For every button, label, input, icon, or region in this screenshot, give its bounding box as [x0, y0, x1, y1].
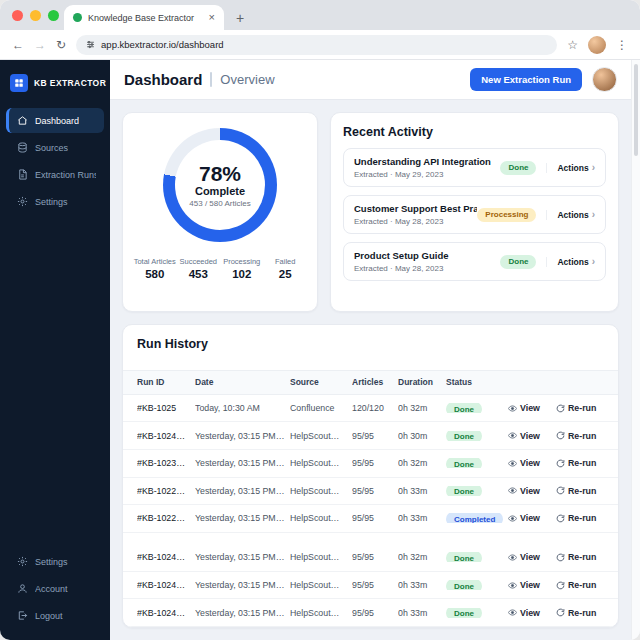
activity-subtitle: Extracted · May 28, 2023 [354, 217, 477, 226]
page-titles: Dashboard Overview [124, 71, 275, 88]
eye-icon [508, 404, 517, 413]
run-duration: 0h 32m [398, 403, 446, 413]
address-bar[interactable]: app.kbextractor.io/dashboard [76, 35, 557, 55]
dashboard-content: 78% Complete 453 / 580 Articles Total Ar… [110, 100, 631, 640]
refresh-icon [556, 404, 565, 413]
tab-close-icon[interactable]: × [209, 12, 215, 23]
run-source: HelpScout… [290, 580, 352, 590]
stat-label: Processing [220, 257, 264, 266]
actions-button[interactable]: Actions › [546, 257, 595, 267]
run-articles: 95/95 [352, 486, 398, 496]
sidebar-item-label: Dashboard [35, 116, 79, 126]
view-button[interactable]: View [508, 431, 556, 441]
scrollbar[interactable] [631, 60, 640, 640]
column-run-id: Run ID [137, 377, 195, 387]
actions-button[interactable]: Actions › [546, 163, 595, 173]
stat-label: Total Articles [133, 257, 177, 266]
view-label: View [520, 580, 540, 590]
new-extraction-run-button[interactable]: New Extraction Run [470, 68, 582, 91]
run-duration: 0h 33m [398, 608, 446, 618]
sidebar-item-label: Account [35, 584, 68, 594]
chevron-right-icon: › [592, 163, 595, 173]
new-tab-button[interactable]: + [236, 11, 244, 25]
rerun-button[interactable]: Re-run [556, 431, 604, 441]
view-button[interactable]: View [508, 513, 556, 523]
view-button[interactable]: View [508, 552, 556, 562]
sidebar-footer-settings[interactable]: Settings [6, 549, 104, 574]
close-window-button[interactable] [12, 10, 23, 21]
view-button[interactable]: View [508, 486, 556, 496]
view-button[interactable]: View [508, 403, 556, 413]
browser-toolbar: ← → ↻ app.kbextractor.io/dashboard ☆ ⋮ [0, 30, 640, 60]
run-duration: 0h 30m [398, 431, 446, 441]
rerun-button[interactable]: Re-run [556, 513, 604, 523]
browser-tab[interactable]: Knowledge Base Extractor × [64, 5, 224, 30]
status-cell: Completed [446, 513, 508, 523]
status-cell: Done [446, 431, 508, 441]
rerun-button[interactable]: Re-run [556, 608, 604, 618]
browser-profile-avatar[interactable] [588, 36, 606, 54]
activity-title: Understanding API Integration [354, 156, 500, 167]
stat-processing: Processing 102 [220, 257, 264, 280]
rerun-button[interactable]: Re-run [556, 580, 604, 590]
run-history-card: Run History Run ID Date Source Articles … [122, 324, 619, 628]
run-date: Today, 10:30 AM [195, 403, 290, 413]
sidebar-footer-logout[interactable]: Logout [6, 603, 104, 628]
app-logo: KB EXTRACTOR [0, 60, 110, 106]
sidebar-item-settings[interactable]: Settings [6, 189, 104, 214]
app-name: KB EXTRACTOR [34, 78, 106, 88]
run-date: Yesterday, 03:15 PM… [195, 580, 290, 590]
table-section-gap [123, 533, 618, 544]
view-label: View [520, 458, 540, 468]
sidebar-item-sources[interactable]: Sources [6, 135, 104, 160]
eye-icon [508, 431, 517, 440]
sidebar-item-dashboard[interactable]: Dashboard [6, 108, 104, 133]
run-duration: 0h 33m [398, 486, 446, 496]
view-label: View [520, 608, 540, 618]
rerun-button[interactable]: Re-run [556, 458, 604, 468]
actions-button[interactable]: Actions › [546, 210, 595, 220]
forward-icon[interactable]: → [34, 39, 46, 51]
table-row: #KB-1022… Yesterday, 03:15 PM… HelpScout… [123, 478, 618, 506]
bookmark-star-icon[interactable]: ☆ [567, 39, 578, 51]
run-id: #KB-1024… [137, 608, 195, 618]
actions-label: Actions [557, 210, 588, 220]
back-icon[interactable]: ← [12, 39, 24, 51]
sidebar-item-label: Settings [35, 557, 68, 567]
browser-menu-icon[interactable]: ⋮ [616, 39, 628, 51]
user-avatar[interactable] [592, 67, 617, 92]
run-date: Yesterday, 03:15 PM… [195, 458, 290, 468]
activity-title: Product Setup Guide [354, 250, 500, 261]
view-button[interactable]: View [508, 458, 556, 468]
scrollbar-thumb[interactable] [634, 64, 638, 156]
eye-icon [508, 459, 517, 468]
minimize-window-button[interactable] [30, 10, 41, 21]
view-button[interactable]: View [508, 608, 556, 618]
run-duration: 0h 33m [398, 580, 446, 590]
window-controls [12, 10, 59, 21]
sidebar-item-extraction-runs[interactable]: Extraction Runs [6, 162, 104, 187]
view-button[interactable]: View [508, 580, 556, 590]
run-articles: 95/95 [352, 513, 398, 523]
table-row: #KB-1025 Today, 10:30 AM Confluence 120/… [123, 395, 618, 423]
view-label: View [520, 403, 540, 413]
rerun-button[interactable]: Re-run [556, 552, 604, 562]
column-date: Date [195, 377, 290, 387]
run-date: Yesterday, 03:15 PM… [195, 608, 290, 618]
page-header: Dashboard Overview New Extraction Run [110, 60, 631, 100]
reload-icon[interactable]: ↻ [56, 39, 66, 51]
run-articles: 120/120 [352, 403, 398, 413]
completion-label: Complete [195, 185, 245, 197]
column-status: Status [446, 377, 508, 387]
sidebar-footer-account[interactable]: Account [6, 576, 104, 601]
zoom-window-button[interactable] [48, 10, 59, 21]
run-history-title: Run History [123, 325, 618, 361]
stat-succeeded: Succeeded 453 [177, 257, 221, 280]
tab-favicon-icon [73, 13, 82, 22]
rerun-button[interactable]: Re-run [556, 403, 604, 413]
status-badge: Done [500, 161, 536, 175]
rerun-button[interactable]: Re-run [556, 486, 604, 496]
status-badge: Done [446, 431, 482, 441]
activity-text: Customer Support Best Practices Extracte… [354, 203, 477, 226]
status-badge: Done [446, 403, 482, 413]
